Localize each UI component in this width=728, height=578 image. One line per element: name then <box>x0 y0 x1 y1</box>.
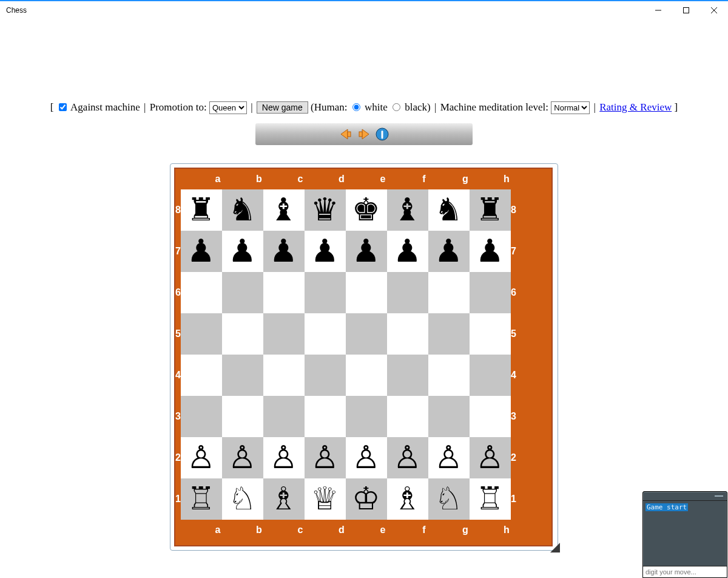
board-square[interactable]: ♟ <box>470 231 511 272</box>
status-panel-titlebar[interactable] <box>643 492 727 501</box>
board-square[interactable]: ♔ <box>346 478 387 520</box>
board-square[interactable]: ♛ <box>305 189 346 231</box>
piece-bP[interactable]: ♟ <box>187 236 215 267</box>
board-square[interactable] <box>387 313 428 355</box>
board-square[interactable] <box>181 313 222 355</box>
piece-bP[interactable]: ♟ <box>476 236 504 267</box>
board-square[interactable] <box>387 396 428 437</box>
board-square[interactable] <box>470 355 511 396</box>
piece-wP[interactable]: ♙ <box>393 442 422 474</box>
piece-wB[interactable]: ♗ <box>393 483 422 515</box>
piece-bP[interactable]: ♟ <box>393 236 422 267</box>
piece-bN[interactable]: ♞ <box>228 194 257 226</box>
move-input[interactable] <box>643 566 727 577</box>
piece-wR[interactable]: ♖ <box>187 483 215 515</box>
human-white-radio[interactable] <box>352 103 360 111</box>
board-square[interactable] <box>305 272 346 313</box>
board-square[interactable]: ♚ <box>346 189 387 231</box>
piece-bB[interactable]: ♝ <box>393 194 422 226</box>
board-square[interactable] <box>470 313 511 355</box>
board-square[interactable]: ♙ <box>387 437 428 478</box>
board-square[interactable]: ♟ <box>428 231 470 272</box>
board-square[interactable] <box>305 355 346 396</box>
piece-bN[interactable]: ♞ <box>434 194 463 226</box>
board-square[interactable] <box>428 272 470 313</box>
board-square[interactable] <box>222 355 263 396</box>
piece-bR[interactable]: ♜ <box>187 194 215 226</box>
piece-bK[interactable]: ♚ <box>352 194 380 226</box>
board-square[interactable] <box>346 313 387 355</box>
board-square[interactable] <box>428 355 470 396</box>
board-square[interactable]: ♗ <box>387 478 428 520</box>
piece-bP[interactable]: ♟ <box>352 236 380 267</box>
piece-bB[interactable]: ♝ <box>269 194 298 226</box>
board-square[interactable] <box>428 396 470 437</box>
board-square[interactable]: ♝ <box>263 189 305 231</box>
next-move-button[interactable] <box>357 127 371 141</box>
piece-bP[interactable]: ♟ <box>434 236 463 267</box>
board-square[interactable]: ♖ <box>181 478 222 520</box>
piece-bP[interactable]: ♟ <box>269 236 298 267</box>
piece-wP[interactable]: ♙ <box>434 442 463 474</box>
piece-wN[interactable]: ♘ <box>434 483 463 515</box>
piece-wP[interactable]: ♙ <box>476 442 504 474</box>
board-square[interactable] <box>181 396 222 437</box>
board-square[interactable]: ♘ <box>428 478 470 520</box>
piece-wP[interactable]: ♙ <box>228 442 257 474</box>
board-square[interactable]: ♟ <box>222 231 263 272</box>
board-square[interactable] <box>470 396 511 437</box>
close-button[interactable] <box>700 1 728 19</box>
board-square[interactable]: ♜ <box>181 189 222 231</box>
board-square[interactable] <box>387 355 428 396</box>
maximize-button[interactable] <box>672 1 700 19</box>
board-square[interactable] <box>305 396 346 437</box>
board-square[interactable] <box>305 313 346 355</box>
piece-wP[interactable]: ♙ <box>311 442 339 474</box>
human-black-radio[interactable] <box>393 103 400 111</box>
piece-wP[interactable]: ♙ <box>187 442 215 474</box>
resize-grip-icon[interactable] <box>550 543 560 552</box>
piece-bR[interactable]: ♜ <box>476 194 504 226</box>
board-square[interactable]: ♟ <box>346 231 387 272</box>
piece-bP[interactable]: ♟ <box>228 236 257 267</box>
meditation-select[interactable]: Normal <box>551 101 590 114</box>
board-square[interactable] <box>263 313 305 355</box>
promotion-select[interactable]: QueenRookBishopKnight <box>209 101 247 114</box>
prev-move-button[interactable] <box>339 127 353 141</box>
board-square[interactable]: ♖ <box>470 478 511 520</box>
piece-wB[interactable]: ♗ <box>269 483 298 515</box>
board-square[interactable] <box>428 313 470 355</box>
board-square[interactable] <box>346 396 387 437</box>
piece-wP[interactable]: ♙ <box>352 442 380 474</box>
new-game-button[interactable]: New game <box>257 101 308 114</box>
board-square[interactable]: ♙ <box>263 437 305 478</box>
info-button[interactable] <box>375 127 389 141</box>
board-square[interactable]: ♞ <box>428 189 470 231</box>
board-square[interactable] <box>263 272 305 313</box>
piece-bQ[interactable]: ♛ <box>311 194 339 226</box>
board-square[interactable] <box>263 396 305 437</box>
piece-wN[interactable]: ♘ <box>228 483 257 515</box>
board-square[interactable] <box>346 355 387 396</box>
board-square[interactable]: ♙ <box>305 437 346 478</box>
board-square[interactable]: ♗ <box>263 478 305 520</box>
piece-wQ[interactable]: ♕ <box>311 483 339 515</box>
board-square[interactable] <box>470 272 511 313</box>
piece-wK[interactable]: ♔ <box>352 483 380 515</box>
board-square[interactable]: ♙ <box>181 437 222 478</box>
board-square[interactable]: ♟ <box>305 231 346 272</box>
against-machine-checkbox[interactable] <box>59 103 67 111</box>
board-square[interactable] <box>222 313 263 355</box>
board-square[interactable] <box>222 272 263 313</box>
board-square[interactable] <box>387 272 428 313</box>
board-square[interactable]: ♙ <box>428 437 470 478</box>
board-square[interactable]: ♕ <box>305 478 346 520</box>
board-square[interactable] <box>181 355 222 396</box>
board-square[interactable]: ♞ <box>222 189 263 231</box>
board-square[interactable]: ♝ <box>387 189 428 231</box>
rating-review-link[interactable]: Rating & Review <box>599 101 672 113</box>
board-square[interactable]: ♘ <box>222 478 263 520</box>
board-square[interactable] <box>346 272 387 313</box>
board-square[interactable]: ♟ <box>387 231 428 272</box>
board-square[interactable]: ♟ <box>181 231 222 272</box>
